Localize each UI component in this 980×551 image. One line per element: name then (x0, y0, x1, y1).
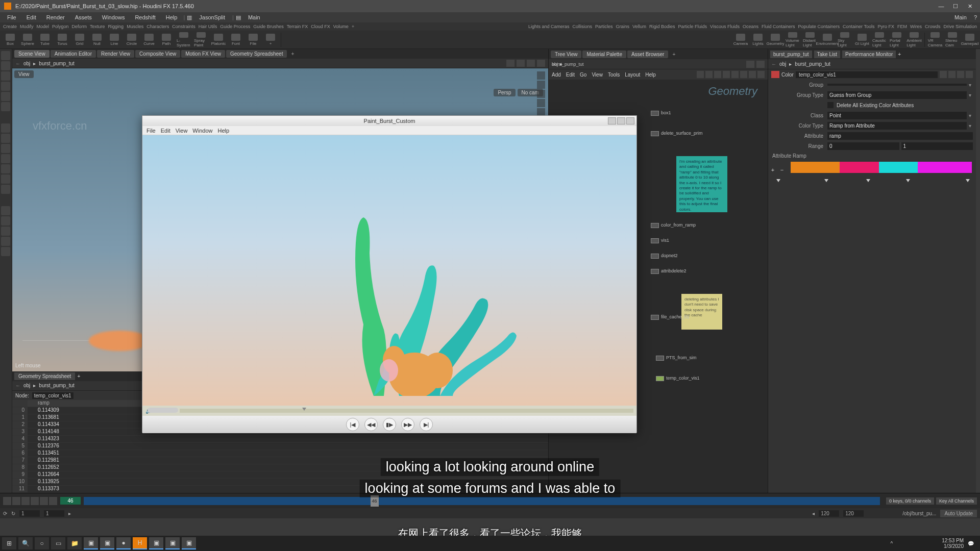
close-icon[interactable] (626, 117, 634, 124)
menu-windows[interactable]: Windows (98, 14, 129, 20)
net-opt-icon[interactable] (714, 71, 721, 78)
brush-tool-icon[interactable] (1, 144, 10, 153)
net-menu-edit[interactable]: Edit (566, 72, 575, 78)
shelf-tab[interactable]: Volume (333, 24, 349, 29)
shelf-tab[interactable]: Drive Simulation (943, 24, 977, 29)
menu-file[interactable]: File (3, 14, 20, 20)
shelf-tab[interactable]: Guide Brushes (253, 24, 284, 29)
network-node[interactable]: attribdelete2 (651, 268, 687, 274)
mplay-menu-view[interactable]: View (176, 128, 188, 134)
menu-help[interactable]: Help (162, 14, 182, 20)
tool-spraypaint[interactable]: Spray Paint (194, 32, 208, 47)
pin-icon[interactable] (746, 61, 754, 68)
link-icon[interactable] (756, 61, 765, 68)
network-node[interactable]: vis1 (651, 238, 669, 243)
net-opt-icon[interactable] (723, 71, 730, 78)
crumb-node[interactable]: burst_pump_tut (39, 383, 75, 388)
attribute-field[interactable]: ramp (827, 132, 973, 140)
move-tool-icon[interactable] (1, 61, 10, 70)
auto-update-button[interactable]: Auto Update (940, 510, 977, 517)
snap-tool-icon[interactable] (1, 102, 10, 111)
mplay-menu-edit[interactable]: Edit (161, 128, 170, 134)
play-icon[interactable] (31, 497, 39, 505)
tool-distantlight[interactable]: Distant Light (803, 32, 817, 47)
shelf-tab[interactable]: Fluid Containers (762, 24, 795, 29)
first-frame-icon[interactable]: |◀ (346, 418, 359, 431)
render-region-icon[interactable] (1, 164, 10, 173)
info-icon[interactable] (966, 71, 973, 78)
menu-redshift[interactable]: Redshift (131, 14, 159, 20)
node-name-field[interactable]: temp_color_vis1 (796, 71, 938, 78)
shelf-tab-plus[interactable]: + (352, 24, 354, 29)
tool-grid[interactable]: Grid (72, 32, 87, 47)
view-tool-icon[interactable] (1, 154, 10, 163)
ramp-stop[interactable] (791, 162, 840, 173)
lasso-tool-icon[interactable] (1, 134, 10, 143)
app-icon[interactable]: ▣ (84, 537, 98, 549)
range-end2[interactable]: 120 (843, 510, 864, 517)
crumb-node[interactable]: burst_pump_tut (552, 62, 584, 67)
shelf-tab[interactable]: Vellum (632, 24, 646, 29)
snap-grid-icon[interactable] (1, 206, 10, 215)
close-icon[interactable]: ✕ (964, 3, 976, 10)
desktop-chooser-icon[interactable]: ▥ (187, 14, 192, 21)
net-menu-view[interactable]: View (592, 72, 603, 78)
tool-camera[interactable]: Camera (733, 32, 748, 47)
notifications-icon[interactable]: 💬 (968, 541, 974, 546)
network-node[interactable]: file_cache_01 (651, 314, 690, 320)
menu-assets[interactable]: Assets (71, 14, 96, 20)
tab-render-view[interactable]: Render View (97, 50, 134, 58)
search-icon[interactable]: 🔍 (18, 537, 33, 549)
tool-environment[interactable]: Environment (820, 32, 835, 47)
snap-curve-icon[interactable] (1, 216, 10, 226)
tool-path[interactable]: Path (159, 32, 174, 47)
maximize-icon[interactable]: ☐ (949, 3, 962, 10)
tab-composite-view[interactable]: Composite View (135, 50, 180, 58)
cortana-icon[interactable]: ○ (35, 537, 49, 549)
tab-animation-editor[interactable]: Animation Editor (51, 50, 96, 58)
column-header[interactable]: ramp (28, 400, 79, 407)
net-menu-go[interactable]: Go (580, 72, 586, 78)
net-menu-help[interactable]: Help (645, 72, 656, 78)
task-view-icon[interactable]: ▭ (51, 537, 65, 549)
help-icon[interactable]: ? (974, 14, 977, 20)
tab-perfmon[interactable]: Performance Monitor (842, 51, 896, 58)
shelf-tab[interactable]: Oceans (743, 24, 758, 29)
crumb-node[interactable]: burst_pump_tut (39, 61, 75, 66)
cplane-icon[interactable] (1, 247, 10, 256)
minimize-icon[interactable]: — (935, 3, 947, 10)
shelf-tab[interactable]: Terrain FX (287, 24, 308, 29)
shelf-tab[interactable]: Lights and Cameras (528, 24, 570, 29)
crumb-obj[interactable]: obj (23, 383, 30, 388)
sticky-note-yellow[interactable]: deleting attributes I don't need to save… (681, 294, 722, 330)
tool-tube[interactable]: Tube (38, 32, 52, 47)
shelf-tab[interactable]: Viscous Fluids (710, 24, 740, 29)
table-row[interactable]: 40.114323 (12, 436, 548, 443)
ramp-stop[interactable] (840, 162, 879, 173)
range-min-field[interactable]: 0 (827, 142, 899, 150)
mplay-menu-help[interactable]: Help (217, 128, 229, 134)
tool-box[interactable]: Box (3, 32, 17, 47)
shelf-tab[interactable]: Texture (90, 24, 105, 29)
tool-causticlight[interactable]: Caustic Light (872, 32, 887, 47)
shelf-tab[interactable]: Container Tools (843, 24, 874, 29)
chrome-icon[interactable]: ● (116, 537, 131, 549)
prev-key-icon[interactable] (12, 497, 20, 505)
app-icon[interactable]: ▣ (149, 537, 163, 549)
tab-plus-icon[interactable]: + (669, 52, 678, 57)
net-menu-tools[interactable]: Tools (608, 72, 620, 78)
colortype-dropdown[interactable]: Ramp from Attribute (827, 122, 967, 130)
shelf-tab[interactable]: Particle Fluids (678, 24, 707, 29)
network-node[interactable]: color_from_ramp (651, 222, 696, 228)
shelf-tab[interactable]: Modify (20, 24, 34, 29)
sticky-note-teal[interactable]: I'm creating an attribute and calling it… (676, 156, 727, 212)
tab-plus-icon[interactable]: + (288, 51, 297, 57)
shelf-tab[interactable]: Pyro FX (877, 24, 894, 29)
tool-line[interactable]: Line (107, 32, 121, 47)
shelf-tab[interactable]: Guide Process (220, 24, 250, 29)
network-node[interactable]: box1 (651, 110, 671, 116)
range-max-field[interactable]: 1 (901, 142, 973, 150)
tab-motionfx-view[interactable]: Motion FX View (181, 50, 225, 58)
clock-time[interactable]: 12:53 PM (942, 538, 964, 543)
tool-curve[interactable]: Curve (142, 32, 156, 47)
